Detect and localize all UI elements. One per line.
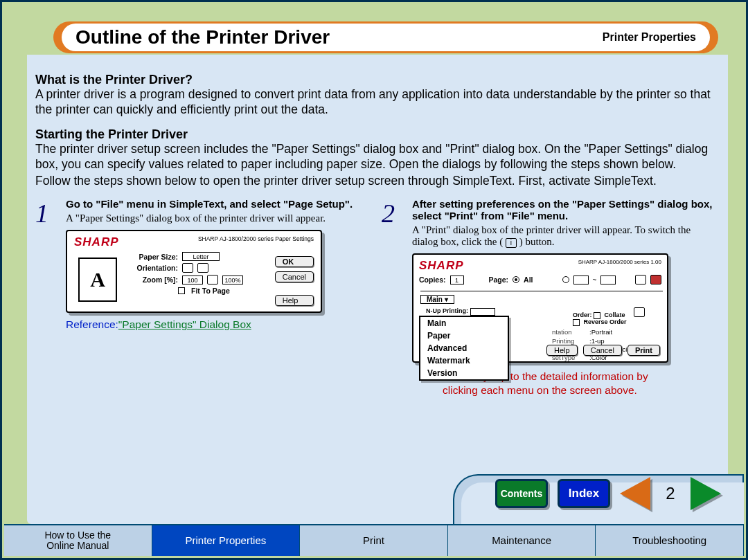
step-1: 1 Go to "File" menu in SimpleText, and s… bbox=[35, 198, 368, 397]
page-from-input[interactable] bbox=[573, 276, 589, 284]
index-button[interactable]: Index bbox=[558, 479, 610, 508]
section-start-body-2: Follow the steps shown below to open the… bbox=[35, 174, 714, 189]
content-area: What is the Printer Driver? A printer dr… bbox=[27, 55, 728, 524]
section-start-body-1: The printer driver setup screen includes… bbox=[35, 142, 714, 172]
print-cancel-button[interactable]: Cancel bbox=[583, 345, 622, 356]
copies-input[interactable]: 1 bbox=[450, 276, 464, 284]
step-1-title: Go to "File" menu in SimpleText, and sel… bbox=[66, 198, 368, 210]
step-2-desc: A "Print" dialog box of the printer driv… bbox=[412, 224, 714, 248]
step-2-number: 2 bbox=[382, 198, 405, 397]
print-help-button[interactable]: Help bbox=[546, 345, 578, 356]
orientation-portrait-icon[interactable] bbox=[182, 263, 193, 273]
zoom-stepper-icon[interactable] bbox=[207, 275, 218, 284]
prev-page-button[interactable] bbox=[620, 477, 650, 510]
step-1-desc: A "Paper Settings" dialog box of the pri… bbox=[66, 213, 368, 224]
nav-troubleshooting[interactable]: Troubleshooting bbox=[596, 525, 744, 556]
menu-paper[interactable]: Paper bbox=[420, 329, 508, 342]
paper-size-select[interactable]: Letter bbox=[182, 252, 220, 261]
tab-popup-menu: Main Paper Advanced Watermark Version bbox=[419, 316, 509, 381]
paper-size-label: Paper Size: bbox=[130, 253, 178, 261]
orientation-label: Orientation: bbox=[130, 264, 178, 272]
print-button[interactable]: Print bbox=[627, 345, 660, 356]
step-2: 2 After setting preferences on the "Pape… bbox=[382, 198, 714, 397]
dialog1-header: SHARP AJ-1800/2000 series Paper Settings bbox=[198, 235, 314, 242]
page-label: Page: bbox=[489, 276, 509, 284]
page-number: 2 bbox=[660, 484, 681, 503]
menu-main[interactable]: Main bbox=[420, 317, 508, 329]
print-dialog-thumb: SHARP SHARP AJ-1800/2000 series 1.00 Cop… bbox=[412, 253, 668, 363]
dialog2-header: SHARP AJ-1800/2000 series 1.00 bbox=[578, 259, 661, 265]
nav-printer-properties[interactable]: Printer Properties bbox=[152, 525, 301, 556]
steps-row: 1 Go to "File" menu in SimpleText, and s… bbox=[35, 198, 714, 397]
nav-print[interactable]: Print bbox=[300, 525, 448, 556]
title-bar: Outline of the Printer Driver Printer Pr… bbox=[53, 21, 718, 53]
nav-maintenance[interactable]: Maintenance bbox=[448, 525, 596, 556]
paper-settings-dialog-thumb: SHARP SHARP AJ-1800/2000 series Paper Se… bbox=[66, 230, 322, 313]
bottom-nav: How to Use theOnline Manual Printer Prop… bbox=[4, 524, 744, 556]
menu-version[interactable]: Version bbox=[420, 367, 508, 379]
zoom-value-input[interactable]: 100 bbox=[182, 276, 203, 284]
reference-label: Reference: bbox=[66, 318, 118, 330]
switch-dialog-icon: i bbox=[506, 238, 517, 248]
dialog-color-icon[interactable] bbox=[650, 275, 661, 284]
page-range-radio[interactable] bbox=[562, 276, 569, 283]
brand-logo: SHARP bbox=[74, 235, 119, 249]
main-tab-dropdown[interactable]: Main ▾ bbox=[420, 295, 454, 304]
menu-advanced[interactable]: Advanced bbox=[420, 342, 508, 354]
step-1-number: 1 bbox=[35, 198, 59, 397]
section-what-body: A printer driver is a program designed t… bbox=[35, 87, 714, 118]
section-start-heading: Starting the Printer Driver bbox=[35, 127, 714, 142]
help-button[interactable]: Help bbox=[275, 295, 314, 306]
reference-line: Reference:"Paper Settings" Dialog Box bbox=[66, 318, 368, 331]
reverse-order-checkbox[interactable] bbox=[573, 319, 580, 326]
page-controls: Contents Index 2 bbox=[495, 471, 721, 516]
ok-button[interactable]: OK bbox=[275, 256, 314, 267]
nup-label: N-Up Printing: bbox=[426, 307, 468, 314]
zoom-label: Zoom [%]: bbox=[130, 276, 178, 284]
section-what-heading: What is the Printer Driver? bbox=[35, 73, 714, 87]
contents-button[interactable]: Contents bbox=[495, 479, 548, 508]
page-preview-icon: A bbox=[78, 258, 117, 302]
nav-how-to-use[interactable]: How to Use theOnline Manual bbox=[4, 525, 152, 556]
copies-label: Copies: bbox=[419, 276, 446, 284]
brand-logo-2: SHARP bbox=[419, 259, 464, 273]
fit-to-page-label: Fit To Page bbox=[191, 287, 230, 295]
next-page-button[interactable] bbox=[691, 477, 721, 510]
reference-link-paper-settings[interactable]: "Paper Settings" Dialog Box bbox=[118, 318, 251, 330]
nup-select[interactable] bbox=[470, 308, 495, 316]
page-title: Outline of the Printer Driver bbox=[75, 26, 330, 48]
zoom-percent: 100% bbox=[222, 276, 243, 284]
collate-icon bbox=[634, 307, 645, 317]
menu-watermark[interactable]: Watermark bbox=[420, 354, 508, 367]
page-to-input[interactable] bbox=[600, 276, 616, 284]
cancel-button[interactable]: Cancel bbox=[275, 271, 314, 282]
page-all-radio[interactable] bbox=[513, 276, 519, 283]
step-2-title: After setting preferences on the "Paper … bbox=[412, 198, 714, 222]
dialog-switch-icon[interactable] bbox=[635, 275, 646, 284]
orientation-landscape-icon[interactable] bbox=[197, 263, 208, 273]
fit-to-page-checkbox[interactable] bbox=[178, 287, 185, 294]
page-subtitle: Printer Properties bbox=[603, 31, 696, 44]
